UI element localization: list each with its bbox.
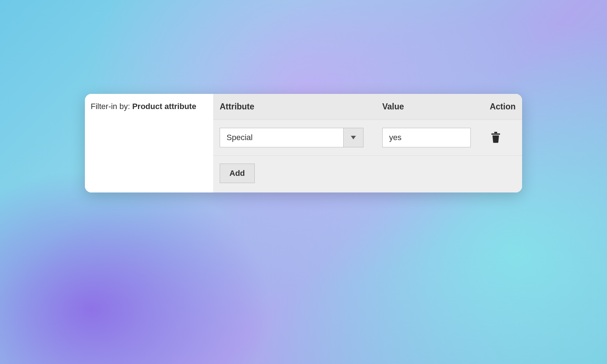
header-value: Value xyxy=(382,102,486,112)
attribute-select-toggle[interactable] xyxy=(343,128,363,147)
svg-marker-0 xyxy=(351,136,356,139)
svg-rect-2 xyxy=(494,132,497,133)
delete-button[interactable] xyxy=(490,130,502,146)
attribute-cell: Special xyxy=(220,128,382,147)
header-action: Action xyxy=(486,102,516,112)
filter-card: Filter-in by: Product attribute Attribut… xyxy=(85,94,522,192)
attribute-select[interactable]: Special xyxy=(220,128,363,147)
grid-header: Attribute Value Action xyxy=(213,94,522,120)
value-cell xyxy=(382,128,486,147)
header-attribute: Attribute xyxy=(220,102,382,112)
trash-icon xyxy=(491,139,500,144)
svg-rect-1 xyxy=(491,133,500,135)
grid-footer: Add xyxy=(213,156,522,192)
filter-label: Filter-in by: Product attribute xyxy=(91,102,207,111)
action-cell xyxy=(486,130,516,146)
attribute-select-value[interactable]: Special xyxy=(220,128,343,147)
attribute-grid: Attribute Value Action Special xyxy=(213,94,522,192)
filter-label-prefix: Filter-in by: xyxy=(91,102,132,111)
table-row: Special xyxy=(213,120,522,156)
add-button[interactable]: Add xyxy=(220,164,255,183)
filter-label-value: Product attribute xyxy=(132,102,196,111)
value-input[interactable] xyxy=(382,128,471,147)
filter-label-pane: Filter-in by: Product attribute xyxy=(85,94,213,192)
chevron-down-icon xyxy=(351,134,356,141)
